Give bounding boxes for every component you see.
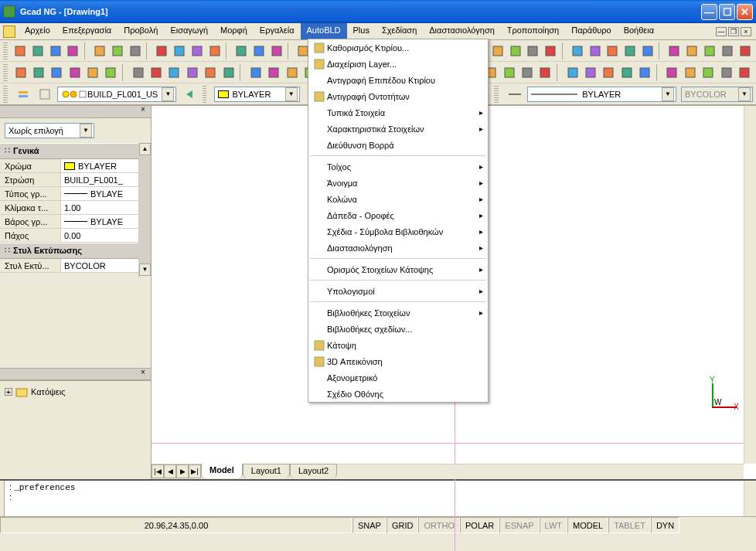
tab-nav-button[interactable]: |◀ bbox=[152, 464, 164, 478]
toolbar-button[interactable] bbox=[49, 64, 65, 81]
toolbar-button[interactable] bbox=[702, 43, 718, 60]
layout-tab-layout1[interactable]: Layout1 bbox=[243, 464, 290, 478]
maximize-button[interactable]: ☐ bbox=[719, 4, 735, 20]
menu-item[interactable]: Βιβλιοθήκες σχεδίων... bbox=[308, 321, 488, 337]
tree-expand-icon[interactable]: + bbox=[5, 388, 12, 396]
tab-nav-button[interactable]: ◀ bbox=[164, 464, 176, 478]
menu-item[interactable]: Διαχείριση Layer... bbox=[308, 56, 488, 72]
toolbar-button[interactable] bbox=[525, 43, 541, 60]
menu-item[interactable]: 3D Απεικόνιση bbox=[308, 353, 488, 369]
menu-item[interactable]: Υπολογισμοί bbox=[308, 283, 488, 299]
layout-tab-layout2[interactable]: Layout2 bbox=[290, 464, 337, 478]
toolbar-button[interactable] bbox=[601, 64, 617, 81]
menu-item[interactable]: Τοίχος bbox=[308, 158, 488, 175]
toolbar-button[interactable] bbox=[604, 43, 621, 60]
tree-panel-close-button[interactable]: × bbox=[138, 369, 148, 378]
menu-σχεδίαση[interactable]: Σχεδίαση bbox=[376, 23, 423, 39]
menu-item[interactable]: Αξονομετρικό bbox=[308, 369, 488, 386]
toolbar-button[interactable] bbox=[519, 64, 535, 81]
toolbar-button[interactable] bbox=[718, 64, 734, 81]
mdi-close-button[interactable]: × bbox=[741, 27, 751, 36]
layer-combo[interactable]: BUILD_FL001_US bbox=[57, 87, 176, 102]
layer-previous-icon[interactable] bbox=[181, 86, 197, 103]
scroll-down-button[interactable]: ▼ bbox=[139, 264, 151, 276]
status-dyn[interactable]: DYN bbox=[651, 517, 679, 533]
prop-row[interactable]: Κλίμακα τ...1.00 bbox=[0, 201, 138, 215]
status-lwt[interactable]: LWT bbox=[540, 517, 567, 533]
toolbar-button[interactable] bbox=[543, 43, 559, 60]
prop-row[interactable]: Πάχος0.00 bbox=[0, 229, 138, 243]
close-button[interactable]: ✕ bbox=[737, 4, 753, 20]
toolbar-button[interactable] bbox=[12, 43, 29, 60]
toolbar-button[interactable] bbox=[103, 64, 119, 81]
menu-autobld[interactable]: AutoBLD bbox=[301, 23, 347, 39]
menu-item[interactable]: Άνοιγμα bbox=[308, 175, 488, 191]
toolbar-button[interactable] bbox=[569, 43, 585, 60]
toolbar-button[interactable] bbox=[127, 43, 143, 60]
toolbar-button[interactable] bbox=[251, 43, 267, 60]
status-polar[interactable]: POLAR bbox=[460, 517, 499, 533]
toolbar-button[interactable] bbox=[618, 64, 635, 81]
toolbar-button[interactable] bbox=[203, 64, 219, 81]
toolbar-button[interactable] bbox=[507, 43, 523, 60]
toolbar-button[interactable] bbox=[637, 64, 653, 81]
menu-plus[interactable]: Plus bbox=[347, 23, 376, 39]
toolbar-button[interactable] bbox=[166, 64, 182, 81]
toolbar-button[interactable] bbox=[130, 64, 146, 81]
toolbar-button[interactable] bbox=[564, 64, 581, 81]
toolbar-button[interactable] bbox=[582, 64, 598, 81]
toolbar-button[interactable] bbox=[29, 43, 46, 60]
toolbar-button[interactable] bbox=[266, 64, 282, 81]
toolbar-button[interactable] bbox=[666, 43, 683, 60]
status-snap[interactable]: SNAP bbox=[352, 517, 387, 533]
status-ortho[interactable]: ORTHO bbox=[418, 517, 460, 533]
toolbar-button[interactable] bbox=[489, 43, 506, 60]
toolbar-button[interactable] bbox=[720, 43, 736, 60]
menu-item[interactable]: Βιβλιοθήκες Στοιχείων bbox=[308, 304, 488, 321]
mdi-restore-button[interactable]: ❐ bbox=[728, 27, 739, 36]
menu-item[interactable]: Δάπεδα - Οροφές bbox=[308, 207, 488, 223]
menu-διαστασιολόγηση[interactable]: Διαστασιολόγηση bbox=[423, 23, 501, 39]
toolbar-button[interactable] bbox=[682, 64, 698, 81]
toolbar-button[interactable] bbox=[84, 64, 100, 81]
menu-item[interactable]: Καθορισμός Κτιρίου... bbox=[308, 39, 488, 56]
menu-βοήθεια[interactable]: Βοήθεια bbox=[618, 23, 660, 39]
menu-item[interactable]: Χαρακτηριστικά Στοιχείων bbox=[308, 121, 488, 137]
menu-item[interactable]: Αντιγραφή Οντοτήτων bbox=[308, 88, 488, 104]
document-icon[interactable] bbox=[3, 26, 15, 38]
menu-item[interactable]: Διαστασιολόγηση bbox=[308, 240, 488, 256]
toolbar-button[interactable] bbox=[684, 43, 700, 60]
toolbar-button[interactable] bbox=[92, 43, 108, 60]
tree-item-floors[interactable]: + Κατόψεις bbox=[5, 386, 146, 398]
linetype-icon[interactable] bbox=[506, 86, 523, 103]
toolbar-button[interactable] bbox=[737, 43, 753, 60]
minimize-button[interactable]: — bbox=[701, 4, 717, 20]
toolbar-button[interactable] bbox=[537, 64, 553, 81]
menu-item[interactable]: Σχέδια - Σύμβολα Βιβλιοθηκών bbox=[308, 223, 488, 240]
toolbar-button[interactable] bbox=[65, 43, 81, 60]
toolbar-button[interactable] bbox=[12, 64, 29, 81]
toolbar-button[interactable] bbox=[206, 43, 223, 60]
toolbar-button[interactable] bbox=[30, 64, 46, 81]
toolbar-button[interactable] bbox=[172, 43, 188, 60]
toolbar-button[interactable] bbox=[148, 64, 164, 81]
toolbar-button[interactable] bbox=[247, 64, 264, 81]
tab-nav-button[interactable]: ▶| bbox=[189, 464, 201, 478]
menu-item[interactable]: Αντιγραφή Επιπέδου Κτιρίου bbox=[308, 72, 488, 88]
menu-item[interactable]: Κολώνα bbox=[308, 191, 488, 207]
prop-row[interactable]: Βάρος γρ...BYLAYE bbox=[0, 215, 138, 229]
prop-section[interactable]: ∷Γενικά bbox=[0, 143, 138, 159]
toolbar-button[interactable] bbox=[587, 43, 603, 60]
toolbar-button[interactable] bbox=[664, 64, 680, 81]
toolbar-button[interactable] bbox=[154, 43, 170, 60]
menu-εισαγωγή[interactable]: Εισαγωγή bbox=[164, 23, 214, 39]
toolbar-button[interactable] bbox=[284, 64, 300, 81]
toolbar-button[interactable] bbox=[47, 43, 63, 60]
layer-state-icon[interactable] bbox=[36, 86, 53, 103]
menu-προβολή[interactable]: Προβολή bbox=[117, 23, 164, 39]
toolbar-button[interactable] bbox=[700, 64, 717, 81]
scroll-up-button[interactable]: ▲ bbox=[139, 143, 151, 155]
menu-item[interactable]: Κάτοψη bbox=[308, 337, 488, 353]
prop-row[interactable]: Στυλ Εκτύ...BYCOLOR bbox=[0, 259, 138, 273]
menu-item[interactable]: Σχέδιο Οθόνης bbox=[308, 386, 488, 402]
